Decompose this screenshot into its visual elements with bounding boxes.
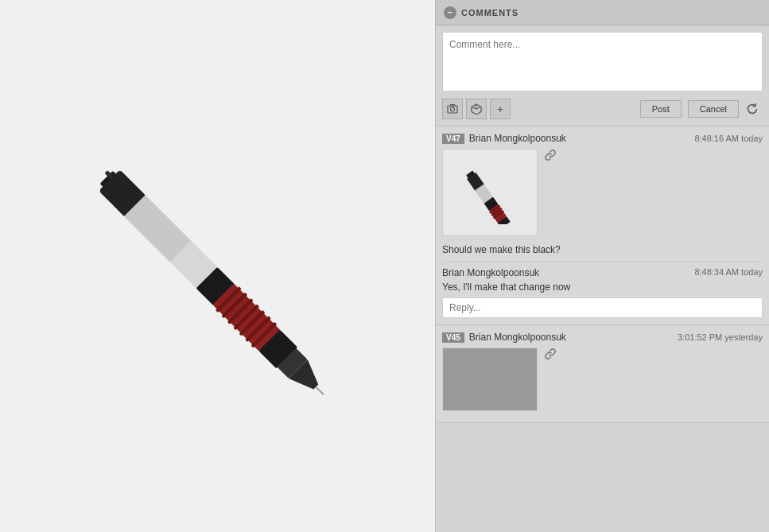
comment-link-area-v45	[544, 348, 557, 363]
minimize-icon[interactable]: −	[444, 6, 456, 19]
reply-text: Yes, I'll make that change now	[442, 282, 763, 293]
reply-header: Brian Mongkolpoonsuk 8:48:34 AM today	[442, 267, 763, 278]
svg-rect-18	[448, 106, 457, 113]
comment-header-v47: V47 Brian Mongkolpoonsuk 8:48:16 AM toda…	[442, 133, 763, 144]
comments-list: V47 Brian Mongkolpoonsuk 8:48:16 AM toda…	[436, 126, 769, 532]
comment-header-v45: V45 Brian Mongkolpoonsuk 3:01:52 PM yest…	[442, 332, 763, 343]
post-button[interactable]: Post	[640, 100, 682, 118]
comment-textarea[interactable]	[442, 32, 763, 91]
canvas-area	[0, 0, 435, 532]
version-badge-v47: V47	[442, 134, 464, 144]
comments-panel: − COMMENTS +	[435, 0, 769, 532]
comment-body-v47	[442, 149, 763, 236]
svg-point-19	[451, 107, 455, 111]
comment-thread-v47: V47 Brian Mongkolpoonsuk 8:48:16 AM toda…	[436, 126, 769, 325]
svg-line-17	[316, 386, 324, 394]
comment-input-area: + Post Cancel	[436, 25, 769, 126]
comment-time-v47: 8:48:16 AM today	[694, 134, 763, 143]
reply-time: 8:48:34 AM today	[694, 267, 763, 278]
comment-toolbar: + Post Cancel	[442, 99, 763, 119]
link-icon-v47[interactable]	[544, 151, 557, 164]
refresh-icon-button[interactable]	[742, 99, 763, 119]
comment-body-v45	[442, 348, 763, 411]
link-icon-v45[interactable]	[544, 350, 557, 363]
add-icon-button[interactable]: +	[490, 99, 511, 119]
comment-author-v45: Brian Mongkolpoonsuk	[469, 332, 566, 343]
cancel-button[interactable]: Cancel	[688, 100, 739, 118]
comment-time-v45: 3:01:52 PM yesterday	[678, 332, 763, 342]
panel-header: − COMMENTS	[436, 0, 769, 25]
cube-icon-button[interactable]	[466, 99, 487, 119]
svg-line-23	[476, 107, 481, 110]
reply-input[interactable]	[442, 297, 763, 318]
panel-title: COMMENTS	[461, 8, 518, 17]
comment-thumbnail-v45[interactable]	[442, 348, 538, 411]
reply-author: Brian Mongkolpoonsuk	[442, 267, 539, 278]
comment-text-v47: Should we make this black?	[442, 241, 763, 258]
svg-line-24	[472, 107, 476, 110]
version-badge-v45: V45	[442, 332, 464, 343]
pen-image	[51, 99, 385, 433]
comment-author-v47: Brian Mongkolpoonsuk	[469, 133, 566, 144]
comment-thumbnail-v47[interactable]	[442, 149, 538, 236]
comment-link-area	[544, 149, 557, 164]
photo-icon-button[interactable]	[442, 99, 463, 119]
reply-section-v47: Brian Mongkolpoonsuk 8:48:34 AM today Ye…	[442, 262, 763, 318]
comment-thread-v45: V45 Brian Mongkolpoonsuk 3:01:52 PM yest…	[436, 325, 769, 423]
